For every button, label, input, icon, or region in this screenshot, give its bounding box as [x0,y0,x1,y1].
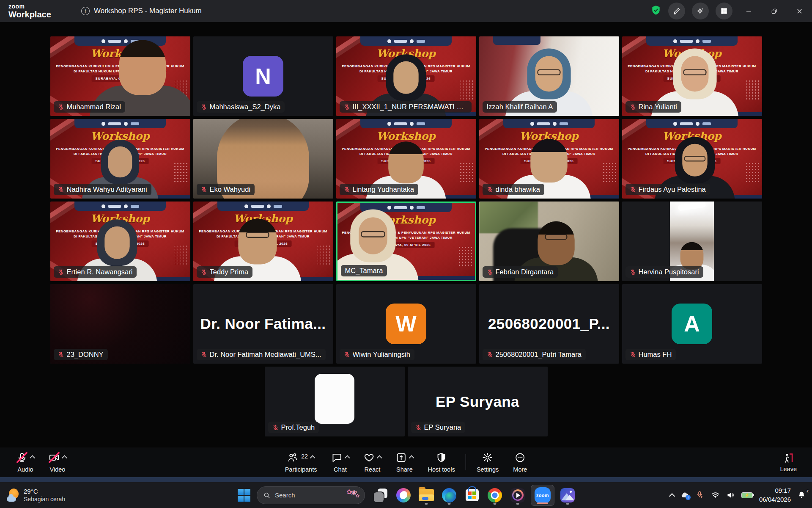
participant-tile[interactable]: WWiwin Yulianingsih [336,284,476,364]
participant-tile[interactable]: Dr. Noor Fatima...Dr. Noor Fatimah Media… [193,284,333,364]
participant-tile[interactable]: NMahhasiswa_S2_Dyka [193,36,333,116]
participant-name: Wiwin Yulianingsih [353,351,410,359]
active-app-indicator [537,502,548,504]
media-player-icon [510,488,525,502]
taskbar-edge-button[interactable] [439,485,459,505]
hosttools-icon [436,452,447,463]
battery-charging-icon[interactable]: ⚡ [741,492,753,498]
head-shape [538,221,574,265]
participant-name-label: Wiwin Yulianingsih [340,349,414,360]
participant-tile[interactable]: WorkshopPENGEMBANGAN KURIKULUM & PENYUSU… [336,36,476,116]
participant-tile[interactable]: WorkshopPENGEMBANGAN KURIKULUM & PENYUSU… [193,202,333,281]
taskbar-copilot-button[interactable] [394,485,413,505]
toolbar-hosttools-button[interactable]: Host tools [420,447,462,477]
taskbar-clock[interactable]: 09:17 06/04/2026 [759,486,791,504]
face-shape [108,146,132,178]
participant-tile[interactable]: 25068020001_P...25068020001_Putri Tamara [479,284,619,364]
participant-name-label: Muhammad Rizal [54,101,125,113]
participant-tile[interactable]: AHumas FH [622,284,762,364]
mic-in-use-location-icon[interactable] [696,491,705,500]
participant-tile[interactable]: Izzah Khalif Raihan A [479,36,619,116]
meeting-info-icon[interactable]: i [81,7,90,15]
toolbar-more-button[interactable]: More [506,447,534,477]
hidden-icons-chevron[interactable] [670,492,674,498]
participant-tile[interactable]: EP SuryanaEP Suryana [408,367,548,436]
participant-tile[interactable]: WorkshopPENGEMBANGAN KURIKULUM & PENYUSU… [50,119,190,199]
chevron-up-icon[interactable] [345,455,350,461]
banner-logos-bar [503,119,595,128]
video-label: Video [50,466,66,473]
banner-logos-bar [360,36,452,46]
start-button[interactable] [235,486,253,505]
participant-tile[interactable]: WorkshopPENGEMBANGAN KURIKULUM & PENYUSU… [336,202,476,281]
taskbar-media-player-button[interactable] [508,485,527,505]
volume-icon[interactable] [726,491,735,500]
taskbar-search-box[interactable]: Search ✿❀✿ [257,486,365,504]
chevron-up-icon[interactable] [30,455,35,461]
taskbar-task-view-button[interactable] [371,485,390,505]
participant-tile[interactable]: Eko Wahyudi [193,119,333,199]
taskbar-chrome-button[interactable] [485,485,505,505]
onedrive-cloud-icon[interactable]: i [680,491,689,500]
participant-tile[interactable]: Febrian Dirgantara [479,202,619,281]
chevron-up-icon[interactable] [377,455,382,461]
participant-name: III_XXXII_1_NUR PERSMAWATI SA... [353,103,467,111]
hijab-shape [101,140,139,184]
apps-grid-button[interactable] [716,3,732,19]
toolbar-chat-button[interactable]: Chat [324,447,356,477]
participant-name: Izzah Khalif Raihan A [487,103,553,111]
minimize-button[interactable] [739,0,758,22]
video-icon-row [49,452,66,464]
muted-mic-icon [201,186,207,193]
ai-companion-sparkle-button[interactable] [692,3,709,19]
taskbar-weather-widget[interactable]: 29°C Sebagian cerah [7,487,65,503]
hijab-shape [350,210,396,262]
wifi-icon[interactable] [711,491,720,500]
participant-tile[interactable]: WorkshopPENGEMBANGAN KURIKULUM & PENYUSU… [50,36,190,116]
participant-tile[interactable]: 23_DONNY [50,284,190,364]
chevron-up-icon[interactable] [409,455,414,461]
toolbar-video-button[interactable]: Video [41,447,74,477]
chevron-up-icon[interactable] [310,455,315,461]
toolbar-share-button[interactable]: Share [388,447,420,477]
participant-tile[interactable]: Hervina Puspitosari [622,202,762,281]
taskbar-zoom-app-active[interactable]: zoom [531,485,554,506]
taskbar-file-explorer-button[interactable] [417,485,436,505]
chevron-up-icon[interactable] [62,455,67,461]
participant-name: Humas FH [639,351,672,359]
annotate-pencil-button[interactable] [668,3,685,19]
participant-tile[interactable]: WorkshopPENGEMBANGAN KURIKULUM & PENYUSU… [336,119,476,199]
banner-logos-bar [360,119,452,128]
participant-tile[interactable]: WorkshopPENGEMBANGAN KURIKULUM & PENYUSU… [479,119,619,199]
edge-browser-icon [442,488,456,502]
face-shape [105,226,130,259]
muted-mic-icon [487,351,493,358]
close-button[interactable] [790,0,809,22]
muted-mic-icon [630,186,636,193]
chrome-browser-icon [488,488,502,502]
microsoft-store-icon [466,489,479,501]
hijab-shape [97,219,137,266]
glasses-shape [545,234,567,240]
running-app-indicator [494,503,497,505]
participant-tile[interactable]: WorkshopPENGEMBANGAN KURIKULUM & PENYUSU… [622,36,762,116]
windows-taskbar: 29°C Sebagian cerah Search ✿❀✿ zoom i [0,482,812,508]
taskbar-store-button[interactable] [462,485,482,505]
info-badge: i [686,495,691,500]
taskbar-photos-button[interactable] [558,485,577,505]
toolbar-react-button[interactable]: React [356,447,388,477]
participant-tile[interactable]: WorkshopPENGEMBANGAN KURIKULUM & PENYUSU… [622,119,762,199]
zoom-workplace-logo: zoom Workplace [8,3,51,19]
glasses-shape [537,69,560,75]
participant-tile[interactable]: Prof.Teguh [265,367,405,436]
toolbar-settings-button[interactable]: Settings [469,447,506,477]
notifications-dnd-bell-icon[interactable]: z [797,491,806,500]
toolbar-audio-button[interactable]: Audio [9,447,41,477]
muted-mic-icon [344,186,350,193]
restore-button[interactable] [765,0,783,22]
face-shape [681,56,708,91]
participant-name: Firdaus Ayu Palestina [639,185,706,193]
toolbar-participants-button[interactable]: 22Participants [278,447,324,477]
leave-button[interactable]: Leave [780,447,797,477]
participant-tile[interactable]: WorkshopPENGEMBANGAN KURIKULUM & PENYUSU… [50,202,190,281]
